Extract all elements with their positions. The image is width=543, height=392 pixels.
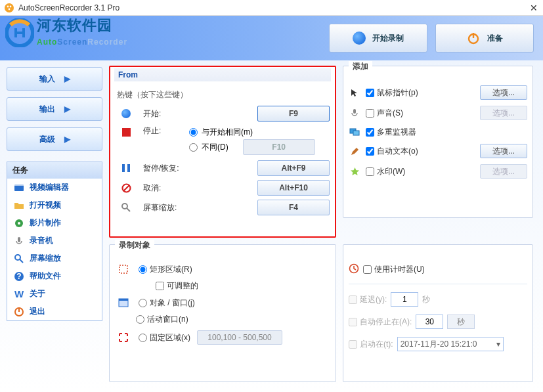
logo-text: AutoScreenRecorder <box>37 33 127 47</box>
task-movie-maker[interactable]: 影片制作 <box>7 214 102 232</box>
svg-point-13 <box>18 222 20 225</box>
rec-fixed-radio[interactable] <box>139 334 147 342</box>
main-body: 输入▶ 输出▶ 高级▶ 任务 视频编辑器 打开视频 影片制作 录音机 屏幕缩放 … <box>0 60 543 392</box>
svg-rect-14 <box>18 237 20 242</box>
stop-same-radio[interactable] <box>189 128 198 137</box>
add-autotext-check[interactable] <box>366 147 374 156</box>
exit-icon <box>14 307 24 317</box>
svg-line-26 <box>127 208 130 211</box>
from-group: From 热键（按下这些键） 开始: F9 停止: 与开始相同(m <box>109 66 336 238</box>
rec-rect-row: 矩形区域(R) <box>115 263 330 275</box>
timer-delay-row: 延迟(y): 秒 <box>349 292 527 307</box>
timer-use-check[interactable] <box>363 265 372 274</box>
rec-objwin-label: 对象 / 窗口(j) <box>150 297 195 309</box>
nav-advanced-button[interactable]: 高级▶ <box>7 127 102 151</box>
add-mouse-row: 鼠标指针(p) 选项... <box>349 85 527 100</box>
svg-line-24 <box>123 185 129 191</box>
svg-point-3 <box>9 8 11 10</box>
start-icon <box>119 107 133 120</box>
svg-point-15 <box>15 255 20 260</box>
add-mouse-options-button[interactable]: 选项... <box>480 85 527 100</box>
from-title: From <box>114 68 331 81</box>
pen-icon <box>349 145 360 157</box>
timer-autostop-check <box>349 318 357 326</box>
window-icon <box>118 297 129 309</box>
timer-startat-row: 启动在(t): 2017-11月-20 15:21:0▾ <box>349 337 527 351</box>
rec-objwin-radio[interactable] <box>139 299 147 307</box>
reel-icon <box>14 218 24 229</box>
chevron-right-icon: ▶ <box>64 104 70 114</box>
svg-rect-21 <box>122 164 125 172</box>
hotkey-cancel-button[interactable]: Alt+F10 <box>257 180 330 196</box>
watermark-logo-icon <box>5 18 34 47</box>
rect-icon <box>118 263 129 275</box>
rec-active-row: 活动窗口(n) <box>115 314 330 325</box>
hotkey-start-row: 开始: F9 <box>116 106 330 121</box>
stop-same-label: 与开始相同(m) <box>202 127 253 138</box>
timer-autostop-row: 自动停止在(A): 秒 <box>349 315 527 329</box>
recording-target-group: 录制对象 矩形区域(R) 可调整的 对象 / 窗口(j) <box>109 244 336 382</box>
cancel-label: 取消: <box>143 183 189 194</box>
about-icon: W <box>14 289 24 299</box>
record-icon <box>353 32 366 45</box>
task-video-editor[interactable]: 视频编辑器 <box>7 179 102 196</box>
pause-icon <box>119 162 133 175</box>
ready-button[interactable]: 准备 <box>435 24 534 53</box>
start-record-button[interactable]: 开始录制 <box>329 24 427 53</box>
add-watermark-check[interactable] <box>366 167 374 176</box>
add-sound-row: 声音(S) 选项... <box>349 106 527 120</box>
rec-active-label: 活动窗口(n) <box>147 314 188 325</box>
hotkey-pause-row: 暂停/恢复: Alt+F9 <box>116 160 330 176</box>
rec-adjustable-label: 可调整的 <box>167 280 198 292</box>
window-title: AutoScreenRecorder 3.1 Pro <box>18 3 529 12</box>
rec-active-radio[interactable] <box>136 315 144 324</box>
mic-icon <box>14 236 24 246</box>
timer-startat-date[interactable]: 2017-11月-20 15:21:0▾ <box>397 337 504 351</box>
watermark: 河东软件园 AutoScreenRecorder <box>5 18 127 47</box>
task-exit[interactable]: 退出 <box>7 303 102 320</box>
add-multimon-check[interactable] <box>366 128 374 137</box>
magnify-icon <box>119 201 133 214</box>
timer-autostop-unit[interactable]: 秒 <box>447 315 475 329</box>
svg-text:?: ? <box>16 272 21 281</box>
svg-point-2 <box>10 5 12 7</box>
help-icon: ? <box>14 271 24 282</box>
hotkey-stop-button: F10 <box>243 139 315 155</box>
add-autotext-options-button[interactable]: 选项... <box>480 144 527 158</box>
app-icon <box>4 3 14 13</box>
stop-icon <box>119 125 133 139</box>
ready-label: 准备 <box>487 33 503 44</box>
nav-input-button[interactable]: 输入▶ <box>7 67 102 91</box>
add-watermark-options-button: 选项... <box>480 164 527 179</box>
timer-autostop-input[interactable] <box>416 315 443 329</box>
rec-adjustable-check[interactable] <box>156 282 164 290</box>
hotkey-start-button[interactable]: F9 <box>257 106 330 121</box>
svg-rect-7 <box>14 32 25 34</box>
task-zoom[interactable]: 屏幕缩放 <box>7 250 102 267</box>
task-recorder[interactable]: 录音机 <box>7 232 102 250</box>
rec-rect-radio[interactable] <box>139 265 147 274</box>
zoom-label: 屏幕缩放: <box>143 202 189 213</box>
timer-startat-check <box>349 340 357 349</box>
timer-group: 使用计时器(U) 延迟(y): 秒 自动停止在(A): 秒 <box>343 244 533 382</box>
svg-rect-30 <box>353 109 356 114</box>
add-sound-check[interactable] <box>366 109 374 118</box>
add-watermark-row: 水印(W) 选项... <box>349 164 527 179</box>
task-open-video[interactable]: 打开视频 <box>7 196 102 214</box>
task-about[interactable]: W关于 <box>7 285 102 303</box>
timer-delay-input[interactable] <box>391 292 418 307</box>
rec-coords-button[interactable]: 100,100 - 500,500 <box>197 330 282 345</box>
close-icon[interactable]: ✕ <box>529 3 539 13</box>
svg-rect-27 <box>119 265 127 273</box>
add-mouse-check[interactable] <box>366 89 374 97</box>
hotkey-zoom-button[interactable]: F4 <box>257 200 330 215</box>
add-autotext-row: 自动文本(o) 选项... <box>349 144 527 158</box>
stop-diff-radio[interactable] <box>189 143 198 152</box>
hotkey-zoom-row: 屏幕缩放: F4 <box>116 200 330 215</box>
task-help[interactable]: ?帮助文件 <box>7 267 102 285</box>
nav-output-button[interactable]: 输出▶ <box>7 97 102 121</box>
hotkey-pause-button[interactable]: Alt+F9 <box>257 160 330 176</box>
rec-fixed-row: 固定区域(x) 100,100 - 500,500 <box>115 330 330 345</box>
cancel-icon <box>119 181 133 194</box>
left-panel: 输入▶ 输出▶ 高级▶ 任务 视频编辑器 打开视频 影片制作 录音机 屏幕缩放 … <box>0 60 105 392</box>
